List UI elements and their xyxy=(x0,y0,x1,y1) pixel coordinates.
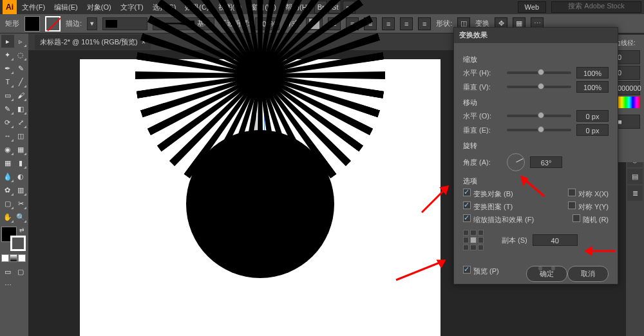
stroke-swatch[interactable] xyxy=(45,16,61,32)
zoom-tool[interactable]: 🔍 xyxy=(15,210,28,223)
scale-section-label: 缩放 xyxy=(463,55,609,64)
var-width[interactable] xyxy=(102,17,147,30)
anchor-reference[interactable] xyxy=(463,230,484,250)
scale-v-slider[interactable] xyxy=(507,86,571,88)
paintbrush-tool[interactable]: 🖌 xyxy=(15,89,28,102)
tab-title: 未标题-2* @ 101% (RGB/预览) xyxy=(40,37,138,47)
free-transform-tool[interactable]: ◫ xyxy=(15,129,28,142)
opt-scale-strokes[interactable]: 缩放描边和效果 (F) xyxy=(463,214,534,225)
rectangle-tool[interactable]: ▭ xyxy=(1,89,14,102)
angle-dial[interactable] xyxy=(507,153,525,171)
layers-panel-icon[interactable]: ▤ xyxy=(627,169,643,184)
stroke-label: 描边: xyxy=(66,19,82,28)
graph-tool[interactable]: ▥ xyxy=(15,183,28,196)
align-bot-icon[interactable]: ≡ xyxy=(418,17,431,30)
scale-v-label: 垂直 (V): xyxy=(463,82,502,92)
angle-value[interactable]: 63° xyxy=(530,156,562,168)
screen-mode-full[interactable]: ▢ xyxy=(15,265,28,278)
hex-color[interactable]: 000000 xyxy=(614,81,640,95)
scale-h-label: 水平 (H): xyxy=(463,68,502,78)
move-v-slider[interactable] xyxy=(507,129,571,131)
perspective-tool[interactable]: ▦ xyxy=(15,143,28,156)
blend-tool[interactable]: ◐ xyxy=(15,170,28,183)
none-mode-btn[interactable] xyxy=(18,254,26,262)
mesh-tool[interactable]: ▦ xyxy=(1,156,14,169)
copies-value[interactable]: 40 xyxy=(533,234,578,246)
opt-transform-obj[interactable]: 变换对象 (B) xyxy=(463,189,513,199)
scale-tool[interactable]: ⤢ xyxy=(15,116,28,129)
dialog-title: 变换效果 xyxy=(454,28,618,43)
move-h-slider[interactable] xyxy=(507,115,571,117)
corner-r2[interactable]: 0 xyxy=(614,66,640,80)
eyedropper-tool[interactable]: 💧 xyxy=(1,170,14,183)
align-mid-icon[interactable]: ≡ xyxy=(400,17,413,30)
corner-radius-label: 边线径: xyxy=(614,39,640,48)
curvature-tool[interactable]: ✎ xyxy=(15,62,28,75)
stroke-weight[interactable]: ▾ xyxy=(87,17,97,30)
scale-h-value[interactable]: 100% xyxy=(576,67,609,79)
edit-toolbar[interactable]: ⋯ xyxy=(1,279,14,292)
menu-file[interactable]: 文件(F) xyxy=(18,1,49,14)
opt-transform-pat[interactable]: 变换图案 (T) xyxy=(463,201,513,212)
spectrum-bar[interactable] xyxy=(614,97,640,108)
screen-mode-normal[interactable]: ▭ xyxy=(1,265,14,278)
shape-label: 矩形 xyxy=(5,19,19,28)
artboard-tool[interactable]: ▢ xyxy=(1,197,14,210)
opt-random[interactable]: 随机 (R) xyxy=(573,214,609,225)
rotate-tool[interactable]: ⟳ xyxy=(1,116,14,129)
move-h-label: 水平 (O): xyxy=(463,111,502,121)
lasso-tool[interactable]: ◌ xyxy=(15,48,28,61)
watermark-icon xyxy=(535,263,574,283)
shaper-tool[interactable]: ✎ xyxy=(1,102,14,115)
move-v-label: 垂直 (E): xyxy=(463,126,502,135)
stock-search[interactable] xyxy=(551,1,641,13)
workspace-switcher[interactable]: Web xyxy=(518,1,546,13)
move-v-value[interactable]: 0 px xyxy=(576,124,609,136)
type-tool[interactable]: T xyxy=(1,75,14,88)
menu-edit[interactable]: 编辑(E) xyxy=(50,1,82,14)
eraser-tool[interactable]: ◧ xyxy=(15,102,28,115)
swap-colors-icon[interactable]: ⇄ xyxy=(19,227,24,233)
layer-row[interactable]: ■ xyxy=(614,115,640,129)
document-tab[interactable]: 未标题-2* @ 101% (RGB/预览) × xyxy=(35,35,151,50)
stroke-color[interactable] xyxy=(10,236,26,251)
menu-object[interactable]: 对象(O) xyxy=(83,1,115,14)
transform-effect-dialog: 变换效果 缩放 水平 (H): 100% 垂直 (V): 100% 移动 水平 … xyxy=(453,27,618,285)
scale-h-slider[interactable] xyxy=(507,71,571,74)
gradient-mode-btn[interactable] xyxy=(10,254,17,262)
hand-tool[interactable]: ✋ xyxy=(1,210,14,223)
move-h-value[interactable]: 0 px xyxy=(576,110,609,122)
opt-reflect-y[interactable]: 对称 Y(Y) xyxy=(568,201,609,212)
magic-wand-tool[interactable]: ✦ xyxy=(1,48,14,61)
scale-v-value[interactable]: 100% xyxy=(576,81,609,93)
rotate-section-label: 旋转 xyxy=(463,141,609,151)
move-section-label: 移动 xyxy=(463,98,609,107)
width-tool[interactable]: ↔ xyxy=(1,129,14,142)
sunburst-shape[interactable] xyxy=(125,69,395,336)
shapes-label: 形状: xyxy=(436,19,452,28)
gradient-tool[interactable]: ▮ xyxy=(15,156,28,169)
color-mode-btn[interactable] xyxy=(1,254,9,262)
app-logo: Ai xyxy=(3,0,17,14)
preview-checkbox[interactable]: 预览 (P) xyxy=(463,266,499,276)
toolbox: ▸▹ ✦◌ ✒✎ T╱ ▭🖌 ✎◧ ⟳⤢ ↔◫ ◉▦ ▦▮ 💧◐ ✿▥ ▢✂ ✋… xyxy=(0,33,28,336)
corner-r1[interactable]: 0 xyxy=(614,50,640,64)
color-swatches[interactable]: ⇄ xyxy=(1,227,26,251)
copies-label: 副本 (S) xyxy=(502,236,527,245)
fill-swatch[interactable] xyxy=(24,16,40,32)
line-tool[interactable]: ╱ xyxy=(15,75,28,88)
selection-tool[interactable]: ▸ xyxy=(1,35,14,48)
opt-reflect-x[interactable]: 对称 X(X) xyxy=(568,189,609,199)
align-top-icon[interactable]: ≡ xyxy=(382,17,395,30)
symbol-spray-tool[interactable]: ✿ xyxy=(1,183,14,196)
direct-select-tool[interactable]: ▹ xyxy=(15,35,28,48)
menu-type[interactable]: 文字(T) xyxy=(117,1,147,14)
css-panel-icon[interactable]: ≣ xyxy=(627,185,643,201)
slice-tool[interactable]: ✂ xyxy=(15,197,28,210)
artboard[interactable] xyxy=(80,59,440,336)
options-section-label: 选项 xyxy=(463,176,609,186)
pen-tool[interactable]: ✒ xyxy=(1,62,14,75)
angle-label: 角度 (A): xyxy=(463,158,502,167)
shape-builder-tool[interactable]: ◉ xyxy=(1,143,14,156)
